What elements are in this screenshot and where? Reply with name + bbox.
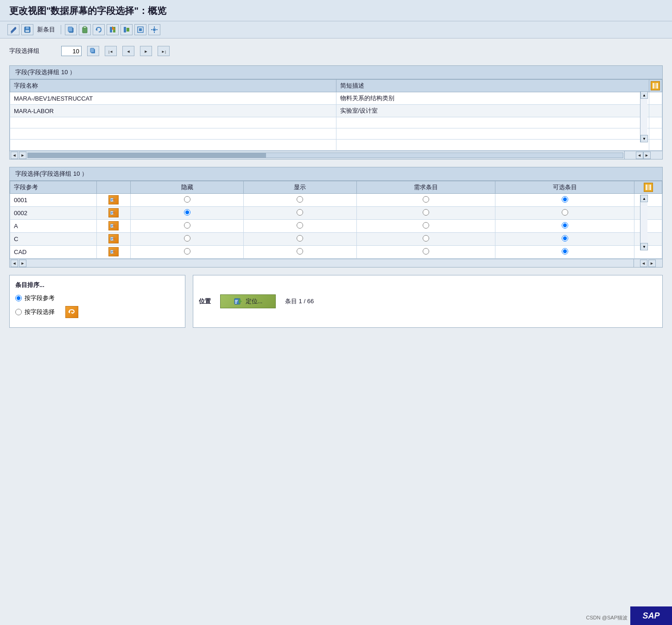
- hscroll-right-area: [624, 151, 661, 159]
- optional-cell[interactable]: [495, 207, 634, 220]
- locate-icon: [234, 297, 243, 306]
- csdn-watermark: CSDN @SAP猫波: [586, 614, 628, 621]
- nav-next-btn[interactable]: [140, 46, 152, 56]
- hscroll2-end-right-btn[interactable]: [648, 260, 656, 267]
- col-resize-icon[interactable]: [651, 81, 660, 90]
- hidden-radio-0001[interactable]: [184, 196, 190, 203]
- hscroll-left-btn[interactable]: [11, 152, 18, 159]
- paste-icon[interactable]: [79, 24, 91, 35]
- hscroll2-left-btn[interactable]: [11, 260, 18, 267]
- required-radio-a[interactable]: [423, 222, 429, 229]
- required-radio-cad[interactable]: [423, 248, 429, 255]
- fields-panel-header: 字段(字段选择组 10 ）: [10, 66, 662, 79]
- svg-rect-18: [154, 32, 155, 33]
- export-icon[interactable]: [120, 24, 133, 35]
- required-cell[interactable]: [356, 220, 495, 233]
- display-cell[interactable]: [243, 233, 356, 246]
- hidden-radio-cad[interactable]: [184, 248, 190, 255]
- hidden-cell[interactable]: [131, 220, 244, 233]
- hscroll-right-btn[interactable]: [19, 152, 26, 159]
- copy-icon[interactable]: [65, 24, 77, 35]
- empty-field-cell: [10, 140, 336, 151]
- col-resize[interactable]: [649, 80, 662, 92]
- empty-field-cell: [10, 128, 336, 140]
- sort-refresh-btn[interactable]: [65, 306, 78, 318]
- optional-radio-0001[interactable]: [562, 196, 568, 203]
- optional-radio-a[interactable]: [562, 222, 568, 229]
- save-icon[interactable]: [21, 24, 33, 35]
- display-radio-0002[interactable]: [297, 209, 303, 216]
- required-cell[interactable]: [356, 207, 495, 220]
- vscrollbar2[interactable]: [640, 195, 647, 250]
- col-ref: 字段参考: [10, 181, 97, 194]
- hscroll2-right-area: [634, 259, 661, 267]
- display-radio-a[interactable]: [297, 222, 303, 229]
- hidden-radio-c[interactable]: [184, 235, 190, 242]
- field-group-copy-btn[interactable]: [87, 46, 99, 56]
- required-cell[interactable]: [356, 246, 495, 259]
- vscrollbar[interactable]: [640, 91, 647, 142]
- row-icon-btn-0002[interactable]: [108, 208, 119, 217]
- svg-marker-46: [113, 250, 116, 254]
- hidden-cell[interactable]: [131, 194, 244, 207]
- row-icon-btn-0001[interactable]: [108, 195, 119, 204]
- display-radio-0001[interactable]: [297, 196, 303, 203]
- undo-icon[interactable]: [93, 24, 105, 35]
- display-cell[interactable]: [243, 207, 356, 220]
- hscroll-end-right-btn[interactable]: [643, 152, 651, 159]
- row-icon-btn-c[interactable]: [108, 234, 119, 243]
- optional-radio-0002[interactable]: [562, 209, 568, 216]
- display-radio-cad[interactable]: [297, 248, 303, 255]
- row-icon-btn-a[interactable]: [108, 221, 119, 230]
- optional-cell[interactable]: [495, 233, 634, 246]
- col-display: 显示: [243, 181, 356, 194]
- settings-icon[interactable]: [148, 24, 160, 35]
- display-radio-c[interactable]: [297, 235, 303, 242]
- optional-cell[interactable]: [495, 220, 634, 233]
- ref-cell: CAD: [10, 246, 97, 259]
- nav-prev-btn[interactable]: [122, 46, 134, 56]
- empty-cell: [649, 105, 662, 117]
- locate-button[interactable]: 定位...: [220, 294, 276, 308]
- required-cell[interactable]: [356, 194, 495, 207]
- nav-last-btn[interactable]: [158, 46, 170, 56]
- required-cell[interactable]: [356, 233, 495, 246]
- optional-cell[interactable]: [495, 194, 634, 207]
- hidden-cell[interactable]: [131, 246, 244, 259]
- display-cell[interactable]: [243, 246, 356, 259]
- required-radio-c[interactable]: [423, 235, 429, 242]
- required-radio-0001[interactable]: [423, 196, 429, 203]
- edit-icon[interactable]: [7, 24, 19, 35]
- display-cell[interactable]: [243, 220, 356, 233]
- row-icon-btn-cad[interactable]: [108, 247, 119, 256]
- col-resize-icon2[interactable]: [644, 183, 653, 192]
- scroll-down-btn[interactable]: [640, 135, 648, 142]
- hscroll-end-left-btn[interactable]: [636, 152, 643, 159]
- new-item-label: 新条目: [37, 26, 55, 34]
- optional-radio-c[interactable]: [562, 235, 568, 242]
- svg-rect-47: [111, 251, 113, 252]
- required-radio-0002[interactable]: [423, 209, 429, 216]
- col-required: 需求条目: [356, 181, 495, 194]
- hscroll2-end-left-btn[interactable]: [640, 260, 647, 267]
- import-icon[interactable]: [134, 24, 146, 35]
- scroll-down-btn2[interactable]: [640, 243, 648, 250]
- display-cell[interactable]: [243, 194, 356, 207]
- scroll-up-btn2[interactable]: [640, 195, 648, 202]
- hscroll2-right-btn[interactable]: [19, 260, 26, 267]
- hidden-radio-a[interactable]: [184, 222, 190, 229]
- table-row: C: [10, 233, 662, 246]
- hidden-cell[interactable]: [131, 233, 244, 246]
- nav-first-btn[interactable]: [105, 46, 117, 56]
- refresh-icon[interactable]: [107, 24, 119, 35]
- hidden-cell[interactable]: [131, 207, 244, 220]
- optional-cell[interactable]: [495, 246, 634, 259]
- sort-by-ref-radio[interactable]: [15, 295, 22, 301]
- field-group-input[interactable]: [61, 46, 82, 56]
- col-resize2[interactable]: [634, 181, 662, 194]
- optional-radio-cad[interactable]: [562, 248, 568, 255]
- hidden-radio-0002[interactable]: [184, 209, 190, 216]
- scroll-up-btn[interactable]: [640, 91, 648, 99]
- field-group-label: 字段选择组: [9, 47, 56, 55]
- sort-by-sel-radio[interactable]: [15, 309, 22, 315]
